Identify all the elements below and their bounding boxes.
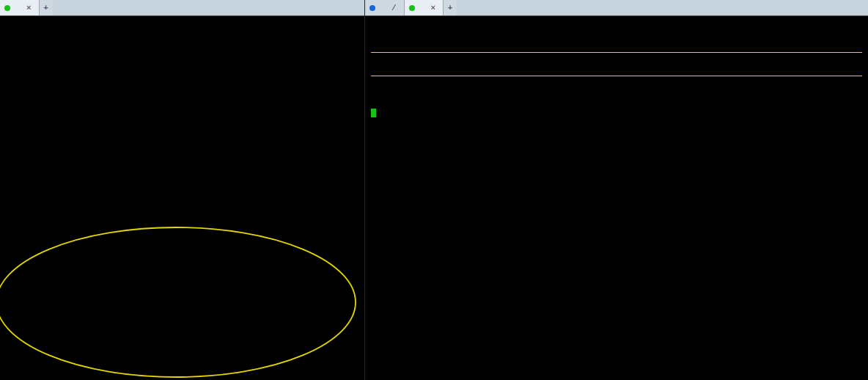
svg-point-0 xyxy=(0,227,356,377)
app-root: × + / × + xyxy=(0,0,868,380)
right-pane: / × + xyxy=(365,0,868,380)
tab-zlpc[interactable]: × xyxy=(0,0,40,15)
highlight-line xyxy=(371,52,862,53)
add-tab-button[interactable]: + xyxy=(444,0,457,15)
right-tabbar: / × + xyxy=(365,0,868,16)
add-tab-button[interactable]: + xyxy=(40,0,53,15)
prompt-line xyxy=(371,109,862,120)
tab-yypc-1[interactable]: / xyxy=(365,0,405,15)
tab-yypc-2[interactable]: × xyxy=(405,0,444,15)
left-pane: × + xyxy=(0,0,365,380)
left-terminal[interactable] xyxy=(0,16,364,380)
left-tabbar: × + xyxy=(0,0,364,16)
highlight-ellipse xyxy=(0,225,362,380)
right-terminal[interactable] xyxy=(365,16,868,380)
collapse-icon[interactable]: / xyxy=(391,4,397,12)
status-dot-icon xyxy=(4,5,10,11)
cursor-icon xyxy=(371,109,376,117)
close-icon[interactable]: × xyxy=(431,4,436,12)
status-dot-icon xyxy=(409,5,415,11)
close-icon[interactable]: × xyxy=(26,4,32,12)
highlight-line xyxy=(371,76,862,76)
status-dot-icon xyxy=(369,5,375,11)
